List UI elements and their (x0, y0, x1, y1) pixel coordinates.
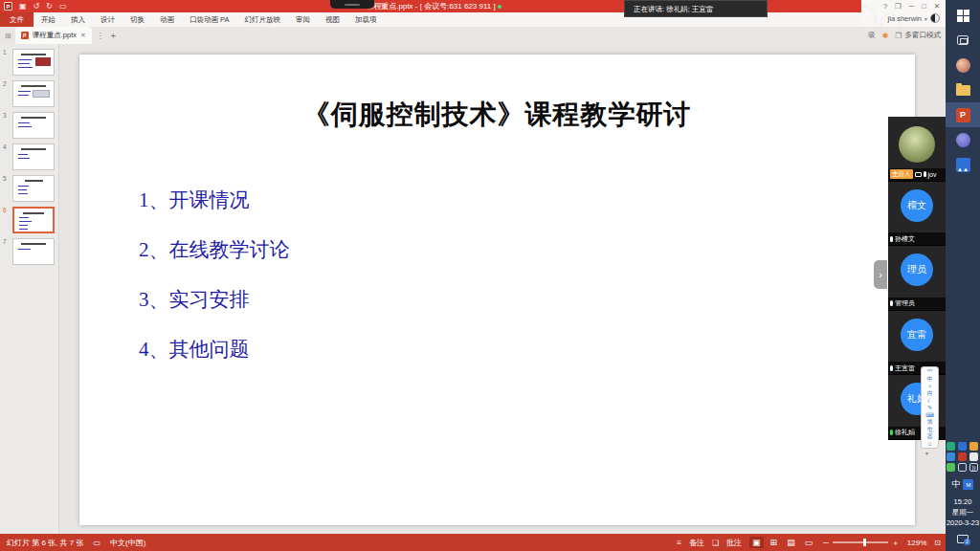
slide-title[interactable]: 《伺服控制技术》课程教学研讨 (79, 97, 915, 133)
thumbnail-slide-5[interactable]: 5 (0, 174, 59, 204)
menu-insert[interactable]: 插入 (63, 12, 93, 27)
thumbnail-slide-7[interactable]: 7 (0, 237, 59, 267)
maximize-icon[interactable]: □ (922, 2, 926, 11)
thumb-preview (12, 49, 55, 76)
menu-slideshow[interactable]: 幻灯片放映 (237, 12, 289, 27)
tab-list-icon[interactable]: ⊞ (5, 32, 11, 40)
close-icon[interactable]: ✕ (934, 2, 940, 11)
menu-design[interactable]: 设计 (93, 12, 122, 27)
slide-list-item-2[interactable]: 2、在线教学讨论 (139, 236, 290, 263)
taskbar-app-explorer[interactable] (946, 77, 980, 102)
thumbnail-slide-2[interactable]: 2 (0, 79, 59, 109)
minimize-icon[interactable]: ─ (909, 2, 914, 11)
meeting-docked-bar[interactable] (330, 0, 374, 9)
multi-window-mode-button[interactable]: ❐ 多窗口模式 (895, 31, 941, 40)
screen: P ▣ ↺ ↻ ▭ 课程重点.pptx - [ 会议号:631 623 911 … (0, 0, 980, 551)
menu-view[interactable]: 视图 (318, 12, 347, 27)
menu-addins[interactable]: 加载项 (347, 12, 385, 27)
tray-icon-7[interactable] (947, 463, 955, 472)
taskbar-app-contacts[interactable] (946, 53, 980, 77)
thumbnail-slide-6-selected[interactable]: 6 (0, 206, 59, 235)
ime-box-icon[interactable]: 凷 (927, 390, 933, 396)
meeting-panel-collapse-handle[interactable]: › (874, 260, 887, 289)
participant-initials-avatar: 檀文 (901, 189, 933, 222)
participant-tile[interactable]: 檀文 孙檀文 (888, 182, 946, 247)
slide-list-item-3[interactable]: 3、实习安排 (139, 286, 250, 313)
tab-more-icon[interactable]: ⋮ (97, 32, 104, 40)
reading-view-icon[interactable]: ▤ (784, 537, 798, 548)
display-settings-icon[interactable]: ▭ (93, 539, 100, 547)
taskbar-clock[interactable]: 15:20 星期一 2020-3-23 (947, 497, 979, 529)
ime-grid-icon[interactable]: 器 (927, 433, 933, 439)
taskbar-app-cloud[interactable]: ▲▲ (946, 152, 980, 177)
tab-close-icon[interactable]: ✕ (80, 32, 86, 39)
taskbar-app-meeting[interactable] (946, 127, 980, 152)
restore-icon[interactable]: ❐ (895, 2, 902, 11)
file-explorer-icon (956, 85, 970, 96)
host-badge: 主持人 (890, 169, 913, 179)
ime-punct-icon[interactable]: 〃 (927, 384, 933, 389)
tray-display-icon[interactable] (958, 463, 967, 472)
menu-review[interactable]: 审阅 (288, 12, 318, 27)
notification-center-button[interactable]: 2 (957, 535, 969, 543)
taskbar-ime[interactable]: 中 M (951, 478, 973, 491)
menu-animations[interactable]: 动画 (152, 12, 182, 27)
participant-tile[interactable]: 理员 管理员 (888, 246, 946, 311)
current-slide[interactable]: 《伺服控制技术》课程教学研讨 1、开课情况 2、在线教学讨论 3、实习安排 4、… (79, 55, 915, 525)
menu-home[interactable]: 开始 (33, 12, 63, 27)
tray-speaker-icon[interactable]: )) (969, 463, 978, 472)
new-tab-button[interactable]: ＋ (109, 30, 118, 42)
slide-sorter-view-icon[interactable]: ⊞ (768, 537, 781, 548)
fit-to-window-icon[interactable]: ⊡ (934, 539, 941, 547)
menu-file[interactable]: 文件 (0, 12, 33, 27)
view-switcher: ▣ ⊞ ▤ ▭ (749, 537, 815, 548)
thumbnail-slide-3[interactable]: 3 (0, 111, 59, 141)
ime-tool-icon[interactable]: 屯 (927, 427, 933, 432)
notes-button[interactable]: 备注 (689, 538, 704, 548)
thumbnail-slide-1[interactable]: 1 (0, 48, 59, 77)
start-button[interactable] (946, 3, 980, 28)
clock-date: 2020-3-23 (947, 518, 979, 529)
ime-night-icon[interactable]: ☾ (927, 398, 932, 404)
slide-list-item-1[interactable]: 1、开课情况 (139, 187, 250, 213)
tray-volume-icon[interactable] (958, 452, 967, 461)
ime-toolbar[interactable]: 爫 中 〃 凷 ☾ ✎ ⌨ 简 屯 器 ☺ (921, 366, 939, 449)
tray-shield-icon[interactable] (958, 442, 967, 451)
ime-collapse-arrow[interactable]: ▾ (925, 450, 928, 456)
zoom-in-button[interactable]: ＋ (892, 538, 900, 548)
menu-transitions[interactable]: 切换 (122, 12, 152, 27)
thumb-table (33, 90, 50, 98)
ime-hand-icon[interactable]: 爫 (927, 369, 933, 375)
participant-tile-host[interactable]: 主持人 jov (888, 117, 946, 182)
pin-icon[interactable]: 吸 (868, 31, 876, 40)
account-menu[interactable]: jia sherwin ▾ (888, 13, 940, 23)
tray-icon-1[interactable] (947, 442, 955, 451)
slideshow-view-icon[interactable]: ▭ (802, 537, 816, 548)
zoom-level[interactable]: 129% (907, 539, 926, 547)
menu-pocket-animation[interactable]: 口袋动画 PA (182, 12, 237, 27)
language-text[interactable]: 中文(中国) (110, 538, 145, 548)
tray-icon-4[interactable] (947, 452, 955, 461)
ime-pen-icon[interactable]: ✎ (927, 405, 932, 410)
multi-window-label: 多窗口模式 (905, 31, 942, 40)
zoom-out-button[interactable]: ─ (823, 539, 829, 547)
thumbnail-slide-4[interactable]: 4 (0, 143, 59, 172)
tray-icon-6[interactable] (969, 452, 978, 461)
slide-list-item-4[interactable]: 4、其他问题 (139, 336, 250, 363)
comments-button[interactable]: 批注 (726, 538, 742, 548)
zoom-slider[interactable] (833, 541, 888, 543)
document-tab[interactable]: P 课程重点.pptx ✕ (15, 27, 92, 44)
tray-icons: )) (947, 442, 979, 472)
normal-view-icon[interactable]: ▣ (749, 537, 764, 548)
ime-chinese-icon[interactable]: 中 (927, 376, 933, 382)
ime-keyboard-icon[interactable]: ⌨ (925, 412, 934, 418)
ime-simplified-icon[interactable]: 简 (927, 419, 933, 425)
tray-icon-3[interactable] (969, 442, 978, 451)
ime-emoji-icon[interactable]: ☺ (926, 441, 932, 447)
participant-label: 主持人 jov (888, 168, 946, 181)
taskbar-app-powerpoint-active[interactable]: P (946, 102, 980, 127)
gear-icon[interactable]: ✱ (882, 32, 889, 40)
zoom-slider-thumb[interactable] (863, 539, 866, 546)
help-icon[interactable]: ? (883, 2, 887, 11)
task-view-button[interactable] (946, 28, 980, 53)
